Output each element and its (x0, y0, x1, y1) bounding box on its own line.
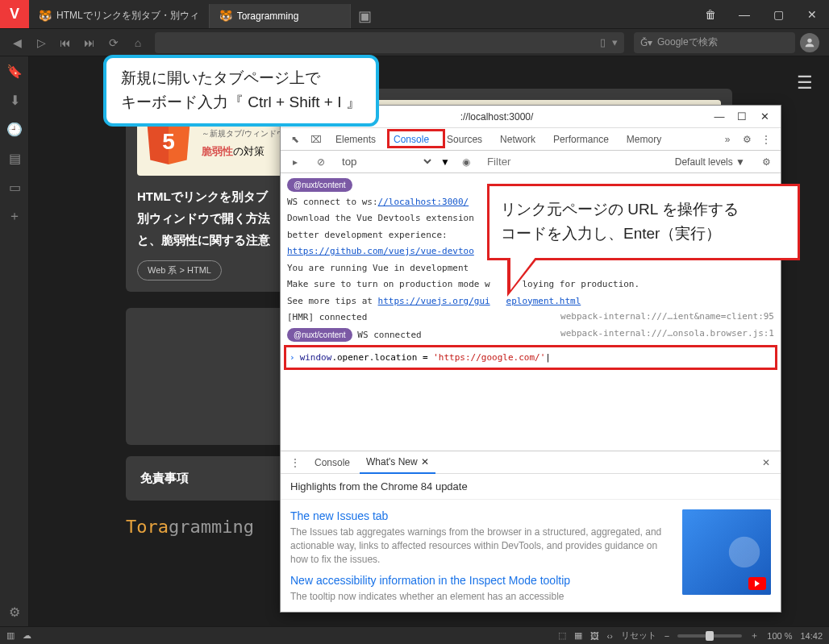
annotation-callout-2: リンク元ページの URL を操作する コードを入力し、Enter（実行） (487, 184, 800, 260)
svg-point-0 (807, 38, 811, 42)
title-bar: V 🐯 HTMLでリンクを別タブ・別ウィ 🐯 Toragramming ▣ 🗑 … (0, 0, 829, 28)
downloads-panel-button[interactable]: ⬇ (0, 85, 29, 114)
side-panel: 🔖 ⬇ 🕘 ▤ ▭ ＋ ⚙ (0, 56, 29, 626)
favicon-icon: 🐯 (39, 10, 52, 23)
search-engine-icon: Ǧ▾ (640, 37, 652, 48)
more-tabs-icon[interactable]: » (718, 130, 737, 149)
search-placeholder: Googleで検索 (657, 35, 718, 49)
bookmark-icon[interactable]: ▯ (600, 36, 606, 48)
devtools-settings-icon[interactable]: ⚙ (737, 130, 756, 149)
tiling-icon[interactable]: ▦ (574, 630, 582, 641)
news-link[interactable]: The new Issues tab (290, 509, 673, 522)
devtools-tabs: ⬉ ⌧ Elements Console Sources Network Per… (281, 128, 781, 151)
bookmarks-panel-button[interactable]: 🔖 (0, 56, 29, 85)
news-link[interactable]: New accessibility information in the Ins… (290, 574, 673, 587)
news-body: The Issues tab aggregates warnings from … (290, 526, 673, 566)
tab-sources[interactable]: Sources (439, 128, 490, 151)
window-panel-button[interactable]: ▭ (0, 172, 29, 202)
url-field[interactable]: ▯ ▾ (155, 32, 624, 53)
vivaldi-menu-button[interactable]: V (0, 0, 29, 28)
console-sidebar-toggle[interactable]: ▸ (285, 152, 305, 172)
drawer-news: The new Issues tab The Issues tab aggreg… (281, 500, 781, 621)
log-levels-select[interactable]: Default levels ▼ (670, 156, 750, 168)
back-button[interactable]: ◀ (5, 31, 29, 55)
tab-network[interactable]: Network (492, 128, 544, 151)
news-thumbnail[interactable] (682, 509, 771, 595)
minimize-button[interactable]: — (727, 0, 761, 28)
news-body: The tooltip now indicates whether an ele… (290, 590, 673, 604)
new-tab-button[interactable]: ▣ (354, 5, 377, 27)
panel-toggle-icon[interactable]: ▥ (6, 630, 15, 641)
devtools-menu-icon[interactable]: ⋮ (756, 130, 776, 149)
profile-avatar[interactable] (800, 33, 819, 52)
home-button[interactable]: ⌂ (126, 31, 150, 55)
log-badge: @nuxt/content (287, 178, 352, 192)
console-input-highlight: › window.opener.location = 'https://goog… (284, 345, 777, 370)
tab-memory[interactable]: Memory (619, 128, 669, 151)
maximize-icon[interactable]: ☐ (731, 110, 753, 123)
source-link[interactable]: webpack-internal:///…ient&name=client:95 (560, 311, 774, 322)
zoom-value: 100 % (767, 631, 792, 641)
clock: 14:42 (800, 631, 823, 641)
search-field[interactable]: Ǧ▾ Googleで検索 (634, 32, 795, 53)
sync-icon[interactable]: ☁ (23, 630, 31, 641)
rewind-button[interactable]: ⏮ (53, 31, 77, 55)
forward-button[interactable]: ▷ (29, 31, 53, 55)
history-panel-button[interactable]: 🕘 (0, 114, 29, 143)
log-badge: @nuxt/content (287, 328, 352, 342)
zoom-out-button[interactable]: − (664, 631, 669, 641)
console-settings-icon[interactable]: ⚙ (756, 152, 776, 172)
zoom-slider[interactable] (677, 634, 742, 638)
minimize-icon[interactable]: — (708, 110, 731, 123)
tab-title: HTMLでリンクを別タブ・別ウィ (56, 9, 199, 23)
close-button[interactable]: ✕ (795, 0, 829, 28)
settings-button[interactable]: ⚙ (0, 597, 29, 626)
device-toggle-button[interactable]: ⌧ (306, 130, 326, 149)
user-icon (803, 36, 816, 49)
maximize-button[interactable]: ▢ (761, 0, 795, 28)
youtube-play-icon (748, 577, 766, 590)
tab-1[interactable]: 🐯 HTMLでリンクを別タブ・別ウィ (29, 4, 210, 28)
zoom-reset-button[interactable]: リセット (621, 629, 656, 642)
vivaldi-logo-icon: V (10, 6, 19, 23)
devtools-window: ://localhost:3000/ — ☐ ✕ ⬉ ⌧ Elements Co… (280, 105, 781, 613)
window-controls: 🗑 — ▢ ✕ (694, 0, 829, 28)
console-filter-input[interactable] (482, 154, 664, 170)
drawer-tab-whatsnew[interactable]: What's New ✕ (360, 451, 435, 474)
drawer-close-button[interactable]: ✕ (756, 457, 776, 468)
close-icon[interactable]: ✕ (753, 110, 776, 123)
console-toolbar: ▸ ⊘ top ▼ ◉ Default levels ▼ ⚙ (281, 151, 781, 173)
context-select[interactable]: top (337, 153, 434, 170)
capture-icon[interactable]: ⬚ (558, 630, 566, 641)
site-menu-button[interactable]: ☰ (797, 73, 813, 93)
add-panel-button[interactable]: ＋ (0, 202, 29, 231)
image-toggle-icon[interactable]: 🖼 (590, 631, 599, 641)
status-bar: ▥ ☁ ⬚ ▦ 🖼 ‹› リセット − ＋ 100 % 14:42 (0, 626, 829, 644)
tab-title: Toragramming (237, 10, 299, 22)
zoom-in-button[interactable]: ＋ (750, 629, 759, 642)
tab-console[interactable]: Console (385, 128, 437, 151)
tab-2[interactable]: 🐯 Toragramming (210, 4, 351, 28)
favicon-icon: 🐯 (219, 10, 232, 23)
drawer-tab-console[interactable]: Console (308, 451, 356, 474)
page-actions-icon[interactable]: ‹› (607, 631, 613, 641)
address-bar: ◀ ▷ ⏮ ⏭ ⟳ ⌂ ▯ ▾ Ǧ▾ Googleで検索 (0, 28, 829, 56)
chevron-down-icon[interactable]: ▾ (612, 36, 618, 48)
notes-panel-button[interactable]: ▤ (0, 143, 29, 172)
tab-elements[interactable]: Elements (327, 128, 384, 151)
category-pill[interactable]: Web 系 > HTML (137, 260, 222, 280)
source-link[interactable]: webpack-internal:///…onsola.browser.js:1 (560, 328, 774, 339)
live-expression-button[interactable]: ◉ (456, 152, 476, 172)
drawer-menu-icon[interactable]: ⋮ (285, 453, 305, 472)
fast-forward-button[interactable]: ⏭ (77, 31, 102, 55)
prompt-caret-icon: › (290, 352, 295, 363)
clear-console-button[interactable]: ⊘ (311, 152, 331, 172)
console-input[interactable]: window.opener.location = 'https://google… (300, 352, 772, 363)
devtools-drawer: ⋮ Console What's New ✕ ✕ Highlights from… (281, 451, 781, 612)
tab-performance[interactable]: Performance (545, 128, 617, 151)
inspect-element-button[interactable]: ⬉ (285, 130, 305, 149)
close-tab-icon[interactable]: ✕ (421, 456, 429, 467)
trash-button[interactable]: 🗑 (694, 0, 727, 28)
annotation-callout-1: 新規に開いたタブページ上で キーボード入力『 Ctrl + Shift + I … (103, 55, 379, 127)
reload-button[interactable]: ⟳ (102, 31, 126, 55)
